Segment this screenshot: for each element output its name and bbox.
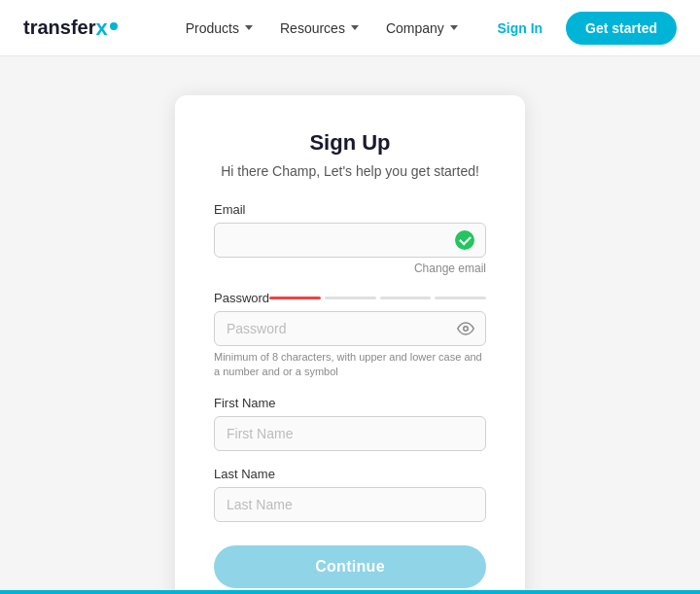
strength-bar-4: [435, 297, 486, 299]
navbar: transferx Products Resources Company Sig…: [0, 0, 700, 56]
password-input-wrapper: [214, 311, 486, 346]
bottom-accent-bar: [0, 590, 700, 594]
password-group: Password Minimum of 8 characters, wi: [214, 291, 486, 380]
password-hint: Minimum of 8 characters, with upper and …: [214, 350, 486, 380]
password-strength-row: Password: [214, 291, 486, 305]
get-started-button[interactable]: Get started: [566, 12, 677, 45]
card-subtitle: Hi there Champ, Let's help you get start…: [214, 163, 486, 179]
nav-item-resources[interactable]: Resources: [270, 15, 368, 42]
email-label: Email: [214, 202, 486, 217]
logo-text: transfer: [23, 17, 95, 39]
resources-chevron-icon: [351, 25, 359, 30]
main-content: Sign Up Hi there Champ, Let's help you g…: [0, 56, 700, 594]
first-name-input-wrapper: [214, 416, 486, 451]
sign-in-button[interactable]: Sign In: [485, 15, 554, 42]
email-check-icon: [455, 230, 474, 250]
logo-x: x: [95, 16, 107, 41]
last-name-group: Last Name: [214, 467, 486, 522]
company-chevron-icon: [450, 25, 458, 30]
strength-bars: [269, 297, 486, 299]
password-label: Password: [214, 291, 269, 305]
first-name-label: First Name: [214, 396, 486, 410]
nav-resources-label: Resources: [280, 20, 345, 36]
email-group: Email Change email: [214, 202, 486, 275]
nav-item-company[interactable]: Company: [376, 15, 468, 42]
last-name-input[interactable]: [214, 487, 486, 522]
logo[interactable]: transferx: [23, 16, 118, 41]
card-title: Sign Up: [214, 130, 486, 156]
nav-company-label: Company: [386, 20, 444, 36]
last-name-input-wrapper: [214, 487, 486, 522]
nav-right: Sign In Get started: [485, 12, 677, 45]
email-input[interactable]: [214, 223, 486, 258]
last-name-label: Last Name: [214, 467, 486, 481]
logo-dot: [110, 22, 118, 30]
strength-bar-1: [269, 297, 321, 299]
show-password-icon[interactable]: [457, 320, 474, 337]
email-input-wrapper: [214, 223, 486, 258]
products-chevron-icon: [245, 25, 253, 30]
signup-card: Sign Up Hi there Champ, Let's help you g…: [175, 95, 525, 594]
nav-links: Products Resources Company: [176, 15, 486, 42]
nav-item-products[interactable]: Products: [176, 15, 262, 42]
strength-bar-3: [380, 297, 432, 299]
password-input[interactable]: [214, 311, 486, 346]
nav-products-label: Products: [186, 20, 239, 36]
first-name-group: First Name: [214, 396, 486, 451]
continue-button[interactable]: Continue: [214, 545, 486, 588]
first-name-input[interactable]: [214, 416, 486, 451]
change-email-link[interactable]: Change email: [214, 262, 486, 275]
svg-point-0: [464, 327, 469, 332]
strength-bar-2: [325, 297, 376, 299]
